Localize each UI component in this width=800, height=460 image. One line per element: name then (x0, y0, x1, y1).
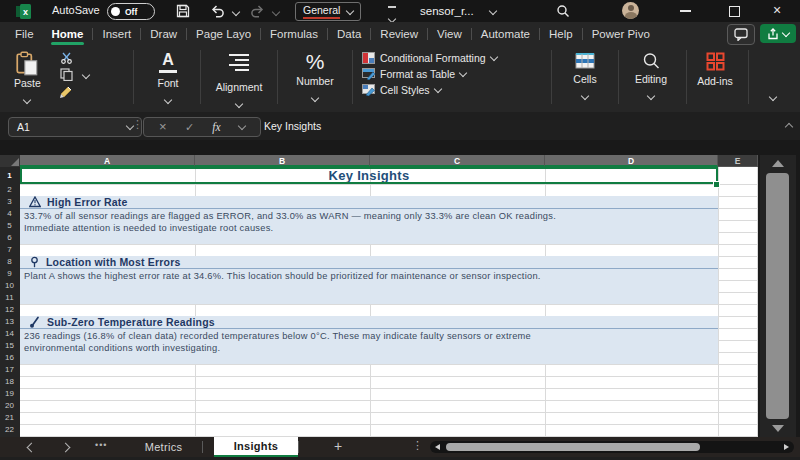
copy-icon[interactable] (60, 68, 73, 81)
minimize-button[interactable] (680, 10, 691, 12)
copy-dropdown-icon[interactable] (82, 71, 90, 79)
alignment-menu-button[interactable]: Alignment (207, 51, 271, 111)
ribbon-tab-help[interactable]: Help (540, 22, 582, 46)
document-title[interactable]: sensor_r... (420, 5, 474, 17)
row-header-7[interactable]: 7 (0, 244, 19, 256)
cell-styles-button[interactable]: Cell Styles (362, 84, 441, 96)
ribbon-tab-power-pivo[interactable]: Power Pivo (583, 22, 659, 46)
sensitivity-button[interactable]: General (295, 2, 361, 21)
row-header-17[interactable]: 17 (0, 364, 19, 376)
paste-button[interactable]: Paste (14, 51, 41, 107)
redo-icon[interactable] (250, 4, 265, 18)
vertical-scrollbar[interactable] (760, 155, 796, 437)
scroll-up-icon[interactable] (772, 160, 784, 167)
insight-section-header: Location with Most Errors (20, 256, 718, 269)
ribbon-tab-page-layo[interactable]: Page Layo (187, 22, 260, 46)
sheet-tab-metrics[interactable]: Metrics (125, 437, 202, 457)
row-header-9[interactable]: 9 (0, 268, 19, 280)
row-header-18[interactable]: 18 (0, 376, 19, 388)
ribbon-tab-home[interactable]: Home (43, 22, 93, 46)
column-header-E[interactable]: E (718, 155, 758, 167)
row-header-8[interactable]: 8 (0, 256, 19, 268)
column-header-A[interactable]: A (20, 155, 195, 167)
ribbon-tab-formulas[interactable]: Formulas (261, 22, 327, 46)
maximize-button[interactable] (729, 6, 740, 17)
row-header-4[interactable]: 4 (0, 208, 19, 220)
ribbon-tab-review[interactable]: Review (371, 22, 427, 46)
enter-icon[interactable]: ✓ (185, 121, 194, 134)
row-header-5[interactable]: 5 (0, 220, 19, 232)
scroll-left-icon[interactable] (435, 444, 440, 450)
horizontal-scrollbar[interactable] (430, 441, 794, 453)
select-all-corner[interactable] (0, 155, 20, 167)
scroll-right-icon[interactable] (784, 444, 789, 450)
row-header-2[interactable]: 2 (0, 184, 19, 196)
row-header-16[interactable]: 16 (0, 352, 19, 364)
row-header-21[interactable]: 21 (0, 412, 19, 424)
row-header-13[interactable]: 13 (0, 316, 19, 328)
format-painter-icon[interactable] (59, 85, 74, 99)
add-sheet-button[interactable]: + (334, 438, 342, 454)
scroll-down-icon[interactable] (772, 425, 784, 432)
sheet-menu-icon[interactable]: ⋮ (412, 439, 423, 452)
conditional-formatting-button[interactable]: Conditional Formatting (362, 52, 497, 64)
user-avatar[interactable] (622, 2, 639, 19)
ribbon-tab-automate[interactable]: Automate (472, 22, 539, 46)
column-header-D[interactable]: D (545, 155, 718, 167)
sensitivity-chevron-icon (346, 6, 354, 14)
autosave-toggle[interactable]: Off (107, 3, 155, 20)
ribbon-tab-insert[interactable]: Insert (93, 22, 140, 46)
insight-section[interactable]: High Error Rate33.7% of all sensor readi… (20, 196, 718, 244)
document-title-chevron-icon[interactable] (489, 7, 497, 15)
formula-bar-grip-icon[interactable]: ⋮ (132, 118, 143, 131)
font-menu-button[interactable]: A Font (142, 51, 194, 107)
save-icon[interactable] (176, 4, 190, 18)
cells-menu-button[interactable]: Cells (560, 52, 610, 103)
addins-button[interactable]: Add-ins (692, 52, 738, 87)
insight-section[interactable]: Sub-Zero Temperature Readings236 reading… (20, 316, 718, 364)
cancel-icon[interactable]: × (159, 120, 167, 134)
name-box[interactable]: A1 (8, 117, 142, 137)
undo-icon[interactable] (210, 4, 225, 18)
row-header-1[interactable]: 1 (0, 167, 19, 184)
row-header-20[interactable]: 20 (0, 400, 19, 412)
row-header-19[interactable]: 19 (0, 388, 19, 400)
close-button[interactable]: × (773, 2, 781, 18)
column-header-B[interactable]: B (195, 155, 370, 167)
ribbon-tab-draw[interactable]: Draw (141, 22, 186, 46)
row-header-6[interactable]: 6 (0, 232, 19, 244)
toggle-knob (111, 7, 120, 16)
column-header-C[interactable]: C (370, 155, 545, 167)
horizontal-scroll-thumb[interactable] (446, 443, 700, 451)
cut-icon[interactable] (60, 52, 73, 64)
insert-function-icon[interactable]: fx (212, 121, 220, 133)
share-icon (767, 28, 779, 40)
insight-section[interactable]: Location with Most ErrorsPlant A shows t… (20, 256, 718, 304)
row-header-11[interactable]: 11 (0, 292, 19, 304)
comments-button[interactable] (727, 24, 755, 45)
more-sheets-icon[interactable]: ••• (95, 440, 107, 450)
prev-sheet-icon[interactable] (27, 443, 37, 453)
ribbon-tab-data[interactable]: Data (328, 22, 370, 46)
redo-dropdown-icon[interactable] (272, 8, 280, 16)
search-icon[interactable] (556, 4, 570, 18)
undo-dropdown-icon[interactable] (232, 8, 240, 16)
number-menu-button[interactable]: % Number (284, 49, 346, 105)
ribbon-tab-file[interactable]: File (6, 22, 43, 46)
formula-input[interactable]: Key Insights (256, 117, 788, 135)
vertical-scroll-thumb[interactable] (766, 173, 789, 419)
collapse-ribbon-icon[interactable] (769, 93, 777, 101)
editing-menu-button[interactable]: Editing (624, 52, 678, 103)
row-header-14[interactable]: 14 (0, 328, 19, 340)
row-header-22[interactable]: 22 (0, 424, 19, 436)
share-button[interactable] (760, 24, 796, 43)
fill-handle[interactable] (713, 181, 720, 188)
row-header-3[interactable]: 3 (0, 196, 19, 208)
row-header-12[interactable]: 12 (0, 304, 19, 316)
row-header-10[interactable]: 10 (0, 280, 19, 292)
next-sheet-icon[interactable] (61, 443, 71, 453)
ribbon-tab-view[interactable]: View (428, 22, 471, 46)
row-header-15[interactable]: 15 (0, 340, 19, 352)
sheet-tab-insights[interactable]: Insights (214, 437, 298, 457)
format-as-table-button[interactable]: Format as Table (362, 68, 466, 80)
